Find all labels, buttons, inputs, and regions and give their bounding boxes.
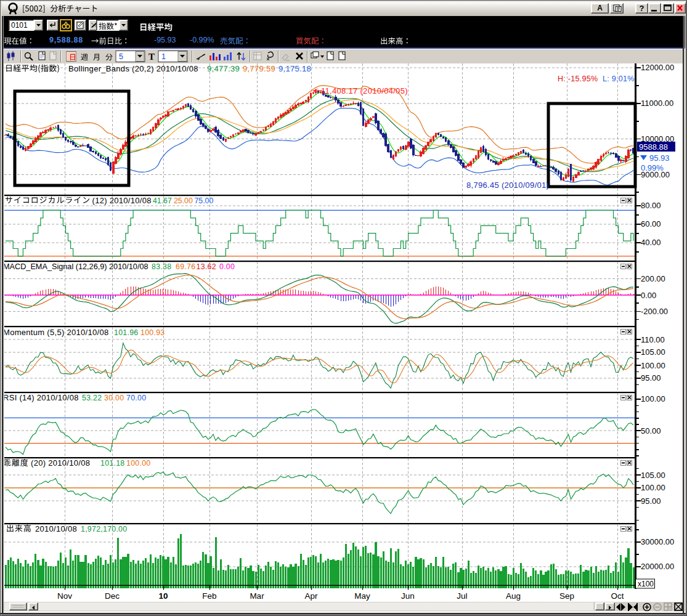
svg-text:9,779.59: 9,779.59 (243, 64, 275, 73)
svg-text:200.00: 200.00 (641, 274, 665, 283)
svg-text:Sep: Sep (559, 591, 574, 601)
svg-text:RSI (14) 2010/10/08: RSI (14) 2010/10/08 (3, 393, 79, 402)
svg-text:30000.00: 30000.00 (641, 537, 674, 546)
svg-text:11,408.17 (2010/04/05): 11,408.17 (2010/04/05) (321, 86, 408, 95)
svg-text:110.00: 110.00 (641, 335, 665, 344)
svg-text:Dec: Dec (105, 591, 120, 601)
svg-text:(12) 2010/10/08: (12) 2010/10/08 (92, 196, 152, 205)
svg-text:53.22: 53.22 (82, 394, 102, 402)
svg-text:41.67: 41.67 (153, 197, 172, 205)
svg-text:80.00: 80.00 (641, 201, 661, 210)
svg-text:L: 9.01%: L: 9.01% (603, 75, 635, 83)
svg-text:100.93: 100.93 (140, 328, 165, 337)
svg-text:Mar: Mar (250, 591, 264, 601)
svg-text:MACD_EMA_Signal (12,26,9) 2010: MACD_EMA_Signal (12,26,9) 2010/10/08 (3, 262, 148, 271)
svg-text:9588.88: 9588.88 (639, 142, 668, 152)
svg-text:100.00: 100.00 (641, 483, 665, 492)
svg-text:30.00: 30.00 (104, 394, 124, 402)
svg-text:50.00: 50.00 (641, 426, 661, 436)
svg-text:105.00: 105.00 (641, 471, 665, 480)
svg-text:Jul: Jul (457, 591, 467, 601)
svg-text:9,175.18: 9,175.18 (278, 64, 311, 73)
svg-text:75.00: 75.00 (195, 197, 214, 205)
svg-text:9,477.39: 9,477.39 (207, 64, 240, 73)
svg-text:25.00: 25.00 (174, 197, 193, 205)
svg-text:-200.00: -200.00 (641, 307, 668, 316)
svg-text:8,796.45 (2010/09/01): 8,796.45 (2010/09/01) (466, 180, 549, 190)
svg-text:95.00: 95.00 (641, 496, 661, 506)
svg-text:12000.00: 12000.00 (641, 63, 674, 72)
svg-text:Feb: Feb (202, 591, 216, 601)
svg-text:70.00: 70.00 (126, 394, 146, 402)
svg-text:H: -15.95%: H: -15.95% (558, 75, 598, 83)
svg-text:105.00: 105.00 (641, 347, 665, 357)
svg-text:Oct: Oct (611, 591, 624, 601)
svg-text:95.00: 95.00 (641, 373, 661, 383)
svg-text:Jun: Jun (401, 591, 415, 601)
svg-text:x100: x100 (638, 580, 654, 588)
svg-text:Apr: Apr (304, 591, 318, 601)
svg-text:Nov: Nov (57, 591, 72, 601)
svg-text:100.00: 100.00 (641, 394, 665, 403)
svg-text:0.99%: 0.99% (641, 163, 664, 172)
svg-text:May: May (354, 591, 370, 601)
svg-text:Momentum (5,5) 2010/10/08: Momentum (5,5) 2010/10/08 (3, 328, 109, 337)
svg-text:100.00: 100.00 (126, 459, 150, 468)
svg-text:Bollinger_Bands (20,2) 2010/10: Bollinger_Bands (20,2) 2010/10/08 (68, 64, 198, 73)
svg-text:(20) 2010/10/08: (20) 2010/10/08 (31, 458, 90, 468)
svg-text:101.18: 101.18 (100, 459, 124, 468)
svg-text:Aug: Aug (506, 591, 521, 601)
svg-text:101.96: 101.96 (114, 328, 138, 337)
svg-text:0.00: 0.00 (219, 262, 235, 271)
svg-text:83.38: 83.38 (152, 262, 171, 271)
svg-text:10: 10 (158, 591, 168, 601)
svg-text:60.00: 60.00 (641, 219, 661, 229)
svg-text:2010/10/08: 2010/10/08 (35, 524, 77, 533)
svg-text:0.00: 0.00 (641, 291, 656, 300)
svg-text:13.62: 13.62 (197, 262, 216, 271)
svg-text:69.76: 69.76 (176, 262, 195, 271)
svg-text:1,972,170.00: 1,972,170.00 (81, 525, 127, 533)
svg-text:100.00: 100.00 (641, 361, 665, 370)
svg-text:95.93: 95.93 (649, 153, 670, 163)
svg-text:20000.00: 20000.00 (641, 562, 674, 571)
svg-text:11000.00: 11000.00 (641, 99, 673, 108)
svg-text:40.00: 40.00 (641, 238, 661, 247)
